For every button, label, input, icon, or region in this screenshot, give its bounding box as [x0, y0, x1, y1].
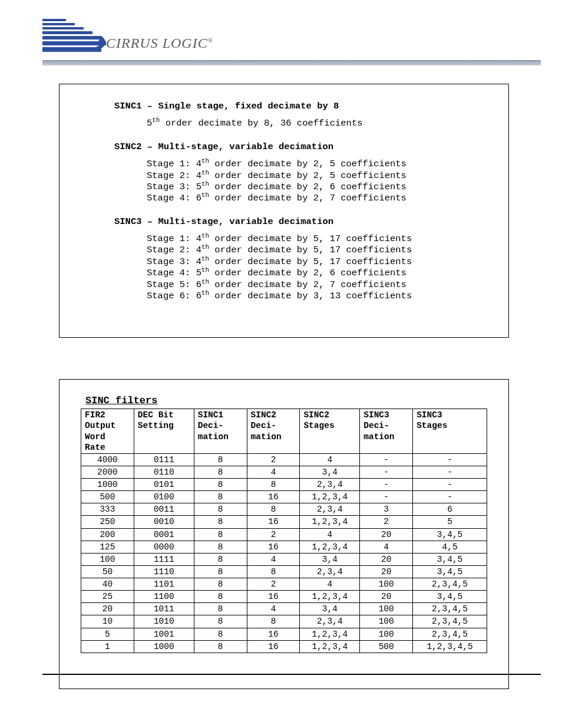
table-row: 2511008161,2,3,4203,4,5	[81, 591, 487, 603]
column-header: FIR2OutputWordRate	[81, 409, 134, 454]
table-cell: 8	[194, 591, 247, 603]
table-row: 40000111824--	[81, 453, 487, 466]
table-cell: 1111	[134, 553, 194, 565]
table-cell: 2,3,4,5	[413, 578, 487, 591]
table-cell: 8	[194, 453, 247, 466]
table-cell: 4	[247, 603, 300, 615]
table-cell: 0011	[134, 503, 194, 516]
section-detail-line: Stage 3: 5th order decimate by 2, 6 coef…	[147, 182, 492, 193]
table-cell: 1,2,3,4	[300, 591, 360, 603]
table-cell: 4,5	[413, 541, 487, 553]
section-detail-block: Stage 1: 4th order decimate by 2, 5 coef…	[76, 159, 492, 205]
svg-rect-0	[42, 19, 66, 21]
table-cell: 8	[194, 603, 247, 615]
table-cell: 3,4	[300, 466, 360, 478]
detail-prefix: Stage 4: 6	[147, 193, 201, 203]
table-cell: 2,3,4	[300, 565, 360, 578]
table-row: 510018161,2,3,41002,3,4,5	[81, 628, 487, 640]
table-cell: 0010	[134, 516, 194, 528]
ordinal-superscript: th	[201, 157, 209, 164]
table-cell: 2	[247, 528, 300, 541]
detail-prefix: Stage 3: 4	[147, 256, 201, 267]
section-detail-line: Stage 4: 5th order decimate by 2, 6 coef…	[147, 268, 492, 279]
table-cell: 8	[194, 491, 247, 503]
table-cell: -	[360, 453, 413, 466]
table-cell: 8	[194, 565, 247, 578]
table-cell: 500	[81, 491, 134, 503]
table-cell: 40	[81, 578, 134, 591]
table-cell: 16	[247, 491, 300, 503]
table-cell: 1,2,3,4	[300, 491, 360, 503]
detail-rest: order decimate by 5, 17 coefficients	[209, 233, 412, 244]
table-cell: -	[360, 479, 413, 491]
ordinal-superscript: th	[201, 278, 209, 285]
table-cell: 8	[194, 640, 247, 653]
table-cell: 50	[81, 565, 134, 578]
detail-rest: order decimate by 5, 17 coefficients	[209, 245, 412, 255]
detail-prefix: Stage 6: 6	[147, 291, 201, 301]
table-title: SINC filters	[85, 395, 487, 406]
table-cell: 1110	[134, 565, 194, 578]
svg-rect-1	[42, 23, 75, 25]
table-cell: 4000	[81, 453, 134, 466]
table-cell: 8	[194, 553, 247, 565]
table-cell: 1101	[134, 578, 194, 591]
table-cell: 8	[194, 541, 247, 553]
detail-prefix: 5	[147, 118, 152, 129]
table-cell: 16	[247, 591, 300, 603]
table-cell: 1	[81, 640, 134, 653]
table-cell: -	[360, 466, 413, 478]
table-cell: 100	[360, 603, 413, 615]
table-cell: 8	[194, 479, 247, 491]
table-cell: 1000	[81, 479, 134, 491]
table-cell: 1100	[134, 591, 194, 603]
detail-rest: order decimate by 2, 6 coefficients	[209, 182, 406, 192]
sinc-table-box: SINC filters FIR2OutputWordRateDEC BitSe…	[59, 379, 509, 689]
ordinal-superscript: th	[201, 266, 209, 274]
table-cell: 333	[81, 503, 134, 516]
table-cell: 2,3,4	[300, 615, 360, 628]
section-detail-line: Stage 1: 4th order decimate by 2, 5 coef…	[147, 159, 492, 170]
table-cell: 8	[247, 479, 300, 491]
table-cell: 2000	[81, 466, 134, 478]
table-cell: 10	[81, 615, 134, 628]
table-cell: 16	[247, 516, 300, 528]
table-body: 40000111824--20000110843,4--10000101882,…	[81, 453, 487, 653]
section-detail-line: 5th order decimate by 8, 36 coefficients	[147, 118, 492, 129]
detail-rest: order decimate by 2, 7 coefficients	[209, 193, 406, 203]
sinc-filters-table: FIR2OutputWordRateDEC BitSettingSINC1Dec…	[81, 409, 487, 653]
table-cell: 8	[194, 516, 247, 528]
section-detail-line: Stage 2: 4th order decimate by 5, 17 coe…	[147, 245, 492, 256]
table-cell: 250	[81, 516, 134, 528]
section-detail-line: Stage 4: 6th order decimate by 2, 7 coef…	[147, 193, 492, 204]
table-cell: 200	[81, 528, 134, 541]
table-cell: -	[413, 491, 487, 503]
svg-rect-2	[42, 27, 84, 29]
table-cell: 1001	[134, 628, 194, 640]
table-cell: 2	[247, 453, 300, 466]
table-cell: 8	[194, 528, 247, 541]
ordinal-superscript: th	[201, 255, 209, 262]
detail-rest: order decimate by 2, 5 coefficients	[209, 170, 406, 181]
table-cell: 0000	[134, 541, 194, 553]
column-header: SINC2Deci-mation	[247, 409, 300, 454]
detail-rest: order decimate by 5, 17 coefficients	[209, 256, 412, 267]
table-cell: 25	[81, 591, 134, 603]
header: CIRRUS LOGIC®	[0, 0, 562, 70]
detail-rest: order decimate by 2, 5 coefficients	[209, 159, 406, 169]
table-cell: 8	[247, 615, 300, 628]
table-cell: 5	[81, 628, 134, 640]
table-cell: 0111	[134, 453, 194, 466]
header-divider	[42, 60, 541, 65]
table-cell: 1,2,3,4	[300, 628, 360, 640]
table-cell: 1000	[134, 640, 194, 653]
ordinal-superscript: th	[201, 192, 209, 199]
table-cell: 16	[247, 628, 300, 640]
registered-icon: ®	[208, 37, 213, 44]
table-cell: 1,2,3,4	[300, 541, 360, 553]
table-cell: 20	[360, 591, 413, 603]
table-cell: 20	[360, 553, 413, 565]
table-cell: 5	[413, 516, 487, 528]
table-header: FIR2OutputWordRateDEC BitSettingSINC1Dec…	[81, 409, 487, 454]
ordinal-superscript: th	[201, 232, 209, 239]
